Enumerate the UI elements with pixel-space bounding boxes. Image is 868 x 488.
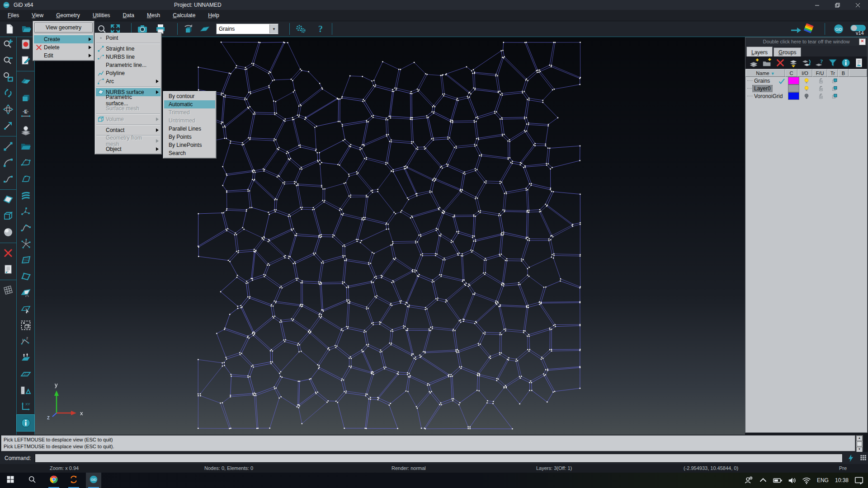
line-icon[interactable] xyxy=(0,138,16,155)
quad-surface-2-icon[interactable] xyxy=(17,268,34,285)
pick-surface-icon[interactable] xyxy=(17,301,34,317)
divide-surface-icon[interactable] xyxy=(17,171,34,187)
rotate-view-icon[interactable] xyxy=(0,101,16,117)
column-header-name[interactable]: Name ▼ xyxy=(745,69,785,77)
start-button[interactable] xyxy=(3,473,18,488)
menu-item-straight-line[interactable]: Straight line xyxy=(96,45,160,53)
open-project-icon[interactable] xyxy=(21,23,33,34)
intersect-icon[interactable] xyxy=(17,236,34,252)
postprocess-toggle-icon[interactable] xyxy=(790,23,816,34)
column-header-filler[interactable] xyxy=(849,69,867,77)
layer-row[interactable]: Layer0 xyxy=(745,84,867,92)
connect-points-icon[interactable] xyxy=(17,203,34,220)
notification-center-icon[interactable] xyxy=(854,475,864,485)
record-icon[interactable] xyxy=(17,36,34,52)
zoom-out-icon[interactable] xyxy=(0,52,16,69)
layer-question-icon[interactable]: ? xyxy=(815,58,825,68)
taskbar-search-icon[interactable] xyxy=(24,473,40,488)
render-plane-icon[interactable] xyxy=(199,23,211,34)
info-icon[interactable] xyxy=(17,415,34,431)
menu-item-automatic[interactable]: Automatic xyxy=(164,100,215,108)
flat-quad-icon[interactable] xyxy=(17,366,34,382)
xy-axes-icon[interactable]: XY xyxy=(17,399,34,415)
menubar-item-help[interactable]: Help xyxy=(203,11,224,20)
fold-surface-icon[interactable] xyxy=(17,73,34,89)
layer-lock-icon[interactable] xyxy=(817,85,825,92)
info-icon[interactable] xyxy=(841,58,851,68)
menu-item-object[interactable]: Object xyxy=(96,145,160,153)
clock[interactable]: 10:38 xyxy=(835,477,849,483)
layer-color-swatch[interactable] xyxy=(788,84,799,92)
layer-name[interactable]: Layer0 xyxy=(753,85,772,92)
fast-command-icon[interactable] xyxy=(846,454,855,463)
menubar-item-calculate[interactable]: Calculate xyxy=(168,11,200,20)
quad-surface-icon[interactable] xyxy=(17,252,34,268)
menu-item-polyline[interactable]: Polyline xyxy=(96,69,160,77)
zoom-window-icon[interactable] xyxy=(0,69,16,85)
taskbar-orange-app-icon[interactable] xyxy=(66,473,81,488)
menu-item-by-contour[interactable]: By contour xyxy=(164,92,215,100)
menu-item-parametric-surface[interactable]: Parametric surface... xyxy=(96,96,160,104)
menu-item-view-geometry[interactable]: View geometry xyxy=(34,23,93,33)
current-layer-combobox[interactable]: Grains ▼ xyxy=(216,23,278,34)
arc-icon[interactable] xyxy=(0,155,16,171)
menu-item-parametric-line[interactable]: Parametric line... xyxy=(96,61,160,69)
new-document-icon[interactable] xyxy=(4,23,15,34)
wifi-icon[interactable] xyxy=(802,475,811,485)
panel-close-icon[interactable]: ✕ xyxy=(859,38,866,45)
menu-item-arc[interactable]: Arc xyxy=(96,77,160,85)
filter-icon[interactable] xyxy=(828,58,838,68)
menu-item-nurbs-line[interactable]: NURBS line xyxy=(96,53,160,61)
scroll-thumb[interactable] xyxy=(857,441,862,446)
menubar-item-files[interactable]: Files xyxy=(3,11,24,20)
sphere-icon[interactable] xyxy=(0,224,16,240)
minimize-button[interactable] xyxy=(807,0,827,10)
layer-transparency-icon[interactable] xyxy=(830,77,839,84)
taskbar-gid-icon[interactable]: GiD xyxy=(86,473,101,488)
edit-page-icon[interactable] xyxy=(17,52,34,69)
layer-color-swatch[interactable] xyxy=(788,77,799,84)
numbered-lines-icon[interactable]: 21 xyxy=(17,333,34,350)
layer-color-swatch[interactable] xyxy=(788,92,799,100)
layer-add-child-icon[interactable] xyxy=(762,58,772,68)
ruler-triangle-icon[interactable] xyxy=(17,382,34,399)
column-header-io[interactable]: I/O xyxy=(797,69,812,77)
layer-transfer-icon[interactable] xyxy=(802,58,811,68)
layer-visibility-bulb-icon[interactable] xyxy=(802,93,811,100)
menu-item-create[interactable]: Create xyxy=(34,35,93,43)
delete-icon[interactable] xyxy=(775,58,785,68)
menu-item-by-points[interactable]: By Points xyxy=(164,133,215,141)
curve-points-icon[interactable] xyxy=(17,220,34,236)
menu-item-by-linepoints[interactable]: By LinePoints xyxy=(164,141,215,149)
menubar-item-utilities[interactable]: Utilities xyxy=(88,11,115,20)
messages-scrollbar[interactable]: ▲ ▼ xyxy=(856,435,863,451)
list-icon[interactable] xyxy=(0,261,16,277)
surface-layers-icon[interactable] xyxy=(17,187,34,203)
people-tray-icon[interactable] xyxy=(744,475,754,485)
menu-item-search[interactable]: Search xyxy=(164,149,215,157)
layer-ball-icon[interactable] xyxy=(17,122,34,138)
layer-add-icon[interactable] xyxy=(749,58,759,68)
dimension-icon[interactable]: ·E· xyxy=(17,106,34,122)
layer-row[interactable]: VoronoiGrid xyxy=(745,92,867,100)
folder-icon[interactable] xyxy=(17,138,34,155)
layer-transparency-icon[interactable] xyxy=(830,93,839,100)
help-question-icon[interactable]: ? xyxy=(315,23,326,34)
combobox-dropdown-icon[interactable]: ▼ xyxy=(269,24,278,33)
grid-toggle-icon[interactable] xyxy=(859,454,868,463)
select-box-icon[interactable] xyxy=(17,317,34,333)
zoom-in-icon[interactable] xyxy=(0,36,16,52)
column-header-fu[interactable]: F/U xyxy=(812,69,827,77)
restore-button[interactable] xyxy=(827,0,848,10)
menubar-item-data[interactable]: Data xyxy=(118,11,139,20)
menu-item-delete[interactable]: Delete xyxy=(34,43,93,52)
nurbs-surface-icon[interactable] xyxy=(0,192,16,208)
column-header-c[interactable]: C xyxy=(785,69,797,77)
delete-icon[interactable] xyxy=(0,245,16,261)
taskbar-chrome-icon[interactable] xyxy=(46,473,61,488)
command-input[interactable] xyxy=(35,454,843,463)
redraw-icon[interactable] xyxy=(0,85,16,101)
layer-visibility-bulb-icon[interactable] xyxy=(802,85,811,92)
close-button[interactable] xyxy=(848,0,868,10)
layer-back-icon[interactable] xyxy=(788,58,798,68)
